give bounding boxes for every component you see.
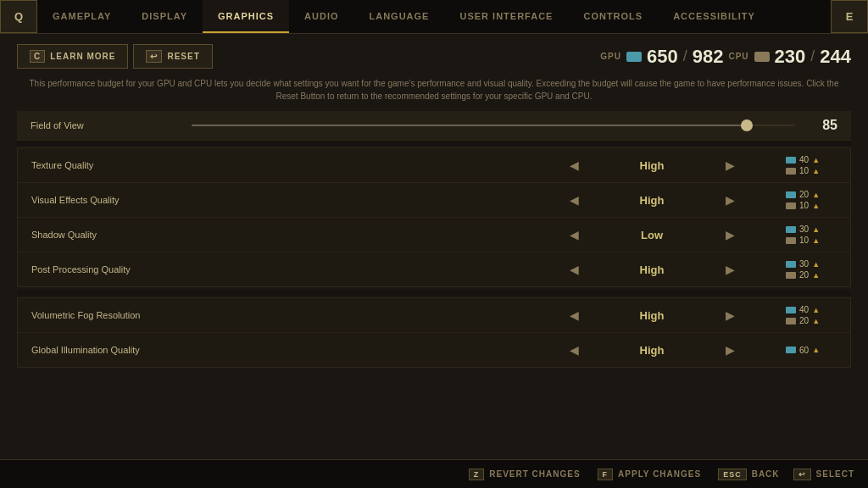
fog-gpu-cost: 40 ▲	[786, 305, 837, 314]
gpu-sep: /	[683, 47, 687, 65]
table-row: Post Processing Quality ◀ High ▶ 30 ▲ 20…	[18, 252, 850, 286]
visual-gpu-cost: 20 ▲	[786, 190, 837, 199]
tab-audio[interactable]: AUDIO	[289, 0, 353, 33]
texture-gpu-cost-val: 40	[799, 155, 809, 164]
volumetric-fog-value: High	[584, 309, 720, 322]
bottom-nav-actions: Esc BACK ↩ SELECT	[718, 469, 854, 480]
fov-thumb[interactable]	[741, 119, 753, 131]
back-label: BACK	[752, 469, 780, 479]
texture-gpu-cost: 40 ▲	[786, 155, 837, 164]
cost-arrow-up: ▲	[812, 260, 820, 269]
select-action[interactable]: ↩ SELECT	[793, 469, 854, 480]
visual-effects-label: Visual Effects Quality	[31, 195, 525, 205]
volumetric-fog-next[interactable]: ▶	[720, 305, 740, 325]
shadow-quality-costs: 30 ▲ 10 ▲	[786, 225, 837, 245]
texture-quality-prev[interactable]: ◀	[564, 155, 584, 175]
visual-effects-prev[interactable]: ◀	[564, 190, 584, 210]
gpu-max: 982	[693, 46, 724, 68]
post-gpu-cost: 30 ▲	[786, 259, 837, 269]
texture-quality-next[interactable]: ▶	[720, 155, 740, 175]
back-key: Esc	[718, 469, 747, 480]
revert-changes-action[interactable]: Z REVERT CHANGES	[469, 469, 581, 480]
shadow-cpu-cost-val: 10	[799, 236, 809, 245]
tab-accessibility[interactable]: ACCESSIBILITY	[658, 0, 771, 33]
tab-user-interface[interactable]: USER INTERFACE	[444, 0, 568, 33]
section-divider-2	[17, 291, 851, 296]
texture-quality-value: High	[584, 159, 720, 172]
volumetric-fog-label: Volumetric Fog Resolution	[31, 310, 525, 320]
budget-section: GPU 650 / 982 CPU 230 / 244	[600, 46, 851, 68]
select-label: SELECT	[816, 469, 854, 479]
cost-arrow-up: ▲	[812, 306, 820, 314]
revert-key: Z	[469, 469, 485, 480]
table-row: Visual Effects Quality ◀ High ▶ 20 ▲ 10 …	[18, 183, 850, 218]
apply-changes-action[interactable]: F APPLY CHANGES	[598, 469, 702, 480]
fog-cpu-cost-val: 20	[799, 316, 809, 325]
learn-more-label: LEARN MORE	[50, 52, 115, 61]
nav-left-key[interactable]: Q	[0, 0, 37, 33]
tab-graphics[interactable]: GRAPHICS	[203, 0, 289, 33]
volumetric-fog-costs: 40 ▲ 20 ▲	[786, 305, 837, 325]
texture-quality-label: Texture Quality	[31, 160, 525, 170]
post-processing-next[interactable]: ▶	[720, 259, 740, 280]
post-gpu-cost-val: 30	[799, 259, 809, 269]
tab-display[interactable]: DISPLAY	[126, 0, 203, 33]
toolbar: C LEARN MORE ↩ RESET GPU 650 / 982 CPU 2…	[17, 44, 851, 69]
quality-section-2: Volumetric Fog Resolution ◀ High ▶ 40 ▲ …	[17, 297, 851, 368]
tab-gameplay[interactable]: GAMEPLAY	[37, 0, 126, 33]
cost-arrow-up: ▲	[812, 225, 820, 234]
nav-tabs: GAMEPLAY DISPLAY GRAPHICS AUDIO LANGUAGE…	[37, 0, 831, 33]
cost-arrow-up2: ▲	[812, 236, 820, 245]
quality-section-1: Texture Quality ◀ High ▶ 40 ▲ 10 ▲	[17, 147, 851, 287]
fov-track	[192, 125, 795, 126]
visual-effects-next[interactable]: ▶	[720, 190, 740, 210]
post-processing-prev[interactable]: ◀	[564, 259, 584, 280]
global-illumination-next[interactable]: ▶	[720, 340, 740, 360]
table-row: Texture Quality ◀ High ▶ 40 ▲ 10 ▲	[18, 148, 850, 183]
bottom-bar: Z REVERT CHANGES F APPLY CHANGES Esc BAC…	[0, 459, 868, 488]
cost-arrow-up2: ▲	[812, 202, 820, 210]
reset-button[interactable]: ↩ RESET	[133, 44, 212, 69]
shadow-quality-prev[interactable]: ◀	[564, 225, 584, 245]
fov-label: Field of View	[31, 120, 183, 130]
select-key: ↩	[793, 469, 811, 480]
cost-arrow-up: ▲	[812, 191, 820, 199]
section-divider-1	[17, 141, 851, 146]
fov-slider[interactable]	[183, 125, 804, 126]
tab-language[interactable]: LANGUAGE	[354, 0, 445, 33]
revert-label: REVERT CHANGES	[489, 469, 580, 479]
cost-arrow-up: ▲	[812, 156, 820, 164]
gpu-icon	[626, 52, 642, 62]
shadow-quality-control: ◀ Low ▶	[525, 225, 779, 245]
global-illumination-control: ◀ High ▶	[525, 340, 779, 360]
tab-controls[interactable]: CONTROLS	[568, 0, 658, 33]
gpu-label: GPU	[600, 52, 621, 61]
cpu-cost-icon	[786, 168, 796, 175]
apply-key: F	[598, 469, 614, 480]
global-illumination-prev[interactable]: ◀	[564, 340, 584, 360]
shadow-quality-value: Low	[584, 229, 720, 241]
back-action[interactable]: Esc BACK	[718, 469, 779, 480]
shadow-quality-next[interactable]: ▶	[720, 225, 740, 245]
global-illumination-label: Global Illumination Quality	[31, 345, 525, 355]
gpu-cost-icon	[786, 226, 796, 233]
nav-right-key[interactable]: E	[831, 0, 868, 33]
cost-arrow-up2: ▲	[812, 167, 820, 175]
global-illumination-costs: 60 ▲	[786, 346, 837, 355]
post-cpu-cost: 20 ▲	[786, 270, 837, 280]
cpu-icon	[754, 52, 770, 62]
table-row: Global Illumination Quality ◀ High ▶ 60 …	[18, 333, 850, 367]
learn-more-key: C	[30, 50, 45, 63]
info-text: This performance budget for your GPU and…	[17, 77, 851, 103]
gpu-cost-icon	[786, 191, 796, 198]
post-cpu-cost-val: 20	[799, 270, 809, 280]
fog-gpu-cost-val: 40	[799, 305, 809, 314]
visual-effects-value: High	[584, 194, 720, 207]
post-processing-value: High	[584, 263, 720, 276]
gpu-cost-icon	[786, 307, 796, 313]
learn-more-button[interactable]: C LEARN MORE	[17, 44, 128, 69]
volumetric-fog-prev[interactable]: ◀	[564, 305, 584, 325]
fov-value: 85	[804, 118, 837, 133]
fov-section: Field of View 85	[17, 111, 851, 141]
post-processing-costs: 30 ▲ 20 ▲	[786, 259, 837, 280]
